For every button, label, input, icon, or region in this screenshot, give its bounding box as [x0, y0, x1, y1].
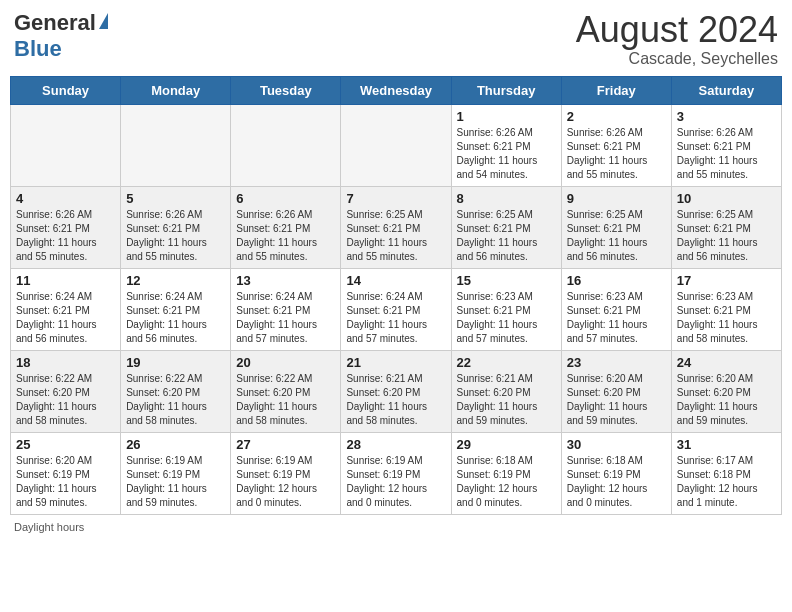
day-number: 6 [236, 191, 335, 206]
day-info: Sunrise: 6:19 AMSunset: 6:19 PMDaylight:… [126, 454, 225, 510]
day-number: 18 [16, 355, 115, 370]
day-info: Sunrise: 6:19 AMSunset: 6:19 PMDaylight:… [346, 454, 445, 510]
day-number: 29 [457, 437, 556, 452]
calendar-day-cell: 14Sunrise: 6:24 AMSunset: 6:21 PMDayligh… [341, 268, 451, 350]
day-info: Sunrise: 6:20 AMSunset: 6:19 PMDaylight:… [16, 454, 115, 510]
day-info: Sunrise: 6:23 AMSunset: 6:21 PMDaylight:… [677, 290, 776, 346]
day-number: 27 [236, 437, 335, 452]
calendar-day-cell: 7Sunrise: 6:25 AMSunset: 6:21 PMDaylight… [341, 186, 451, 268]
calendar-day-cell: 17Sunrise: 6:23 AMSunset: 6:21 PMDayligh… [671, 268, 781, 350]
logo-icon [99, 13, 108, 29]
day-info: Sunrise: 6:23 AMSunset: 6:21 PMDaylight:… [457, 290, 556, 346]
logo-general: General [14, 10, 96, 36]
day-info: Sunrise: 6:25 AMSunset: 6:21 PMDaylight:… [346, 208, 445, 264]
calendar-day-cell: 1Sunrise: 6:26 AMSunset: 6:21 PMDaylight… [451, 104, 561, 186]
calendar-week-row: 11Sunrise: 6:24 AMSunset: 6:21 PMDayligh… [11, 268, 782, 350]
day-info: Sunrise: 6:25 AMSunset: 6:21 PMDaylight:… [567, 208, 666, 264]
calendar-week-row: 1Sunrise: 6:26 AMSunset: 6:21 PMDaylight… [11, 104, 782, 186]
day-of-week-header: Tuesday [231, 76, 341, 104]
calendar-day-cell [341, 104, 451, 186]
calendar-day-cell: 26Sunrise: 6:19 AMSunset: 6:19 PMDayligh… [121, 432, 231, 514]
calendar-table: SundayMondayTuesdayWednesdayThursdayFrid… [10, 76, 782, 515]
logo-blue: Blue [14, 36, 62, 62]
day-info: Sunrise: 6:17 AMSunset: 6:18 PMDaylight:… [677, 454, 776, 510]
day-number: 1 [457, 109, 556, 124]
day-of-week-header: Saturday [671, 76, 781, 104]
calendar-day-cell: 16Sunrise: 6:23 AMSunset: 6:21 PMDayligh… [561, 268, 671, 350]
calendar-day-cell: 10Sunrise: 6:25 AMSunset: 6:21 PMDayligh… [671, 186, 781, 268]
calendar-day-cell: 31Sunrise: 6:17 AMSunset: 6:18 PMDayligh… [671, 432, 781, 514]
location: Cascade, Seychelles [576, 50, 778, 68]
day-info: Sunrise: 6:26 AMSunset: 6:21 PMDaylight:… [16, 208, 115, 264]
calendar-day-cell: 13Sunrise: 6:24 AMSunset: 6:21 PMDayligh… [231, 268, 341, 350]
day-number: 15 [457, 273, 556, 288]
calendar-week-row: 25Sunrise: 6:20 AMSunset: 6:19 PMDayligh… [11, 432, 782, 514]
day-number: 21 [346, 355, 445, 370]
calendar-day-cell: 21Sunrise: 6:21 AMSunset: 6:20 PMDayligh… [341, 350, 451, 432]
day-number: 25 [16, 437, 115, 452]
day-info: Sunrise: 6:23 AMSunset: 6:21 PMDaylight:… [567, 290, 666, 346]
day-number: 22 [457, 355, 556, 370]
day-number: 8 [457, 191, 556, 206]
day-info: Sunrise: 6:20 AMSunset: 6:20 PMDaylight:… [567, 372, 666, 428]
day-number: 31 [677, 437, 776, 452]
day-number: 7 [346, 191, 445, 206]
day-info: Sunrise: 6:20 AMSunset: 6:20 PMDaylight:… [677, 372, 776, 428]
day-number: 10 [677, 191, 776, 206]
day-number: 12 [126, 273, 225, 288]
day-info: Sunrise: 6:26 AMSunset: 6:21 PMDaylight:… [126, 208, 225, 264]
day-number: 20 [236, 355, 335, 370]
calendar-day-cell: 3Sunrise: 6:26 AMSunset: 6:21 PMDaylight… [671, 104, 781, 186]
calendar-day-cell: 29Sunrise: 6:18 AMSunset: 6:19 PMDayligh… [451, 432, 561, 514]
day-info: Sunrise: 6:25 AMSunset: 6:21 PMDaylight:… [677, 208, 776, 264]
day-number: 13 [236, 273, 335, 288]
calendar-day-cell: 2Sunrise: 6:26 AMSunset: 6:21 PMDaylight… [561, 104, 671, 186]
day-of-week-header: Thursday [451, 76, 561, 104]
calendar-day-cell: 9Sunrise: 6:25 AMSunset: 6:21 PMDaylight… [561, 186, 671, 268]
day-number: 9 [567, 191, 666, 206]
day-number: 4 [16, 191, 115, 206]
day-number: 3 [677, 109, 776, 124]
calendar-day-cell: 20Sunrise: 6:22 AMSunset: 6:20 PMDayligh… [231, 350, 341, 432]
calendar-week-row: 18Sunrise: 6:22 AMSunset: 6:20 PMDayligh… [11, 350, 782, 432]
calendar-day-cell: 12Sunrise: 6:24 AMSunset: 6:21 PMDayligh… [121, 268, 231, 350]
calendar-day-cell: 24Sunrise: 6:20 AMSunset: 6:20 PMDayligh… [671, 350, 781, 432]
day-info: Sunrise: 6:22 AMSunset: 6:20 PMDaylight:… [236, 372, 335, 428]
day-number: 11 [16, 273, 115, 288]
day-number: 23 [567, 355, 666, 370]
day-info: Sunrise: 6:19 AMSunset: 6:19 PMDaylight:… [236, 454, 335, 510]
calendar-day-cell: 22Sunrise: 6:21 AMSunset: 6:20 PMDayligh… [451, 350, 561, 432]
day-number: 5 [126, 191, 225, 206]
day-number: 24 [677, 355, 776, 370]
calendar-day-cell: 18Sunrise: 6:22 AMSunset: 6:20 PMDayligh… [11, 350, 121, 432]
day-info: Sunrise: 6:26 AMSunset: 6:21 PMDaylight:… [677, 126, 776, 182]
calendar-day-cell: 19Sunrise: 6:22 AMSunset: 6:20 PMDayligh… [121, 350, 231, 432]
day-info: Sunrise: 6:26 AMSunset: 6:21 PMDaylight:… [567, 126, 666, 182]
footer: Daylight hours [10, 521, 782, 533]
calendar-day-cell: 8Sunrise: 6:25 AMSunset: 6:21 PMDaylight… [451, 186, 561, 268]
daylight-label: Daylight hours [14, 521, 84, 533]
day-number: 30 [567, 437, 666, 452]
calendar-day-cell: 15Sunrise: 6:23 AMSunset: 6:21 PMDayligh… [451, 268, 561, 350]
calendar-day-cell: 30Sunrise: 6:18 AMSunset: 6:19 PMDayligh… [561, 432, 671, 514]
day-of-week-header: Wednesday [341, 76, 451, 104]
day-info: Sunrise: 6:24 AMSunset: 6:21 PMDaylight:… [16, 290, 115, 346]
day-info: Sunrise: 6:21 AMSunset: 6:20 PMDaylight:… [457, 372, 556, 428]
calendar-day-cell [231, 104, 341, 186]
day-number: 28 [346, 437, 445, 452]
day-number: 17 [677, 273, 776, 288]
calendar-day-cell: 28Sunrise: 6:19 AMSunset: 6:19 PMDayligh… [341, 432, 451, 514]
calendar-day-cell: 11Sunrise: 6:24 AMSunset: 6:21 PMDayligh… [11, 268, 121, 350]
day-number: 26 [126, 437, 225, 452]
day-of-week-header: Friday [561, 76, 671, 104]
day-info: Sunrise: 6:26 AMSunset: 6:21 PMDaylight:… [457, 126, 556, 182]
calendar-day-cell: 25Sunrise: 6:20 AMSunset: 6:19 PMDayligh… [11, 432, 121, 514]
calendar-day-cell: 4Sunrise: 6:26 AMSunset: 6:21 PMDaylight… [11, 186, 121, 268]
day-info: Sunrise: 6:21 AMSunset: 6:20 PMDaylight:… [346, 372, 445, 428]
title-block: August 2024 Cascade, Seychelles [576, 10, 778, 68]
calendar-header-row: SundayMondayTuesdayWednesdayThursdayFrid… [11, 76, 782, 104]
calendar-day-cell: 5Sunrise: 6:26 AMSunset: 6:21 PMDaylight… [121, 186, 231, 268]
day-number: 2 [567, 109, 666, 124]
day-info: Sunrise: 6:24 AMSunset: 6:21 PMDaylight:… [126, 290, 225, 346]
calendar-week-row: 4Sunrise: 6:26 AMSunset: 6:21 PMDaylight… [11, 186, 782, 268]
